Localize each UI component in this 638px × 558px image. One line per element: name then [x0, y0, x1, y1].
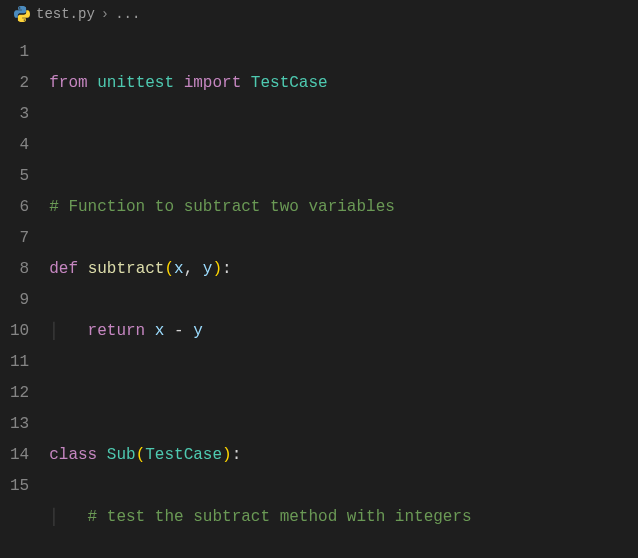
code-line[interactable]: │ return x - y: [47, 316, 471, 347]
code-line[interactable]: [47, 378, 471, 409]
breadcrumb[interactable]: test.py › ...: [0, 0, 638, 29]
code-line[interactable]: def subtract(x, y):: [47, 254, 471, 285]
code-line[interactable]: [47, 130, 471, 161]
breadcrumb-filename: test.py: [36, 6, 95, 22]
code-line[interactable]: │ # test the subtract method with intege…: [47, 502, 471, 533]
code-line[interactable]: class Sub(TestCase):: [47, 440, 471, 471]
code-content[interactable]: from unittest import TestCase # Function…: [47, 29, 471, 558]
code-line[interactable]: # Function to subtract two variables: [47, 192, 471, 223]
breadcrumb-rest: ...: [115, 6, 140, 22]
python-file-icon: [14, 6, 30, 22]
code-line[interactable]: from unittest import TestCase: [47, 68, 471, 99]
code-editor[interactable]: 1 2 3 4 5 6 7 8 9 10 11 12 13 14 15 from…: [0, 29, 638, 558]
line-number-gutter: 1 2 3 4 5 6 7 8 9 10 11 12 13 14 15: [0, 29, 47, 558]
chevron-right-icon: ›: [101, 6, 109, 22]
